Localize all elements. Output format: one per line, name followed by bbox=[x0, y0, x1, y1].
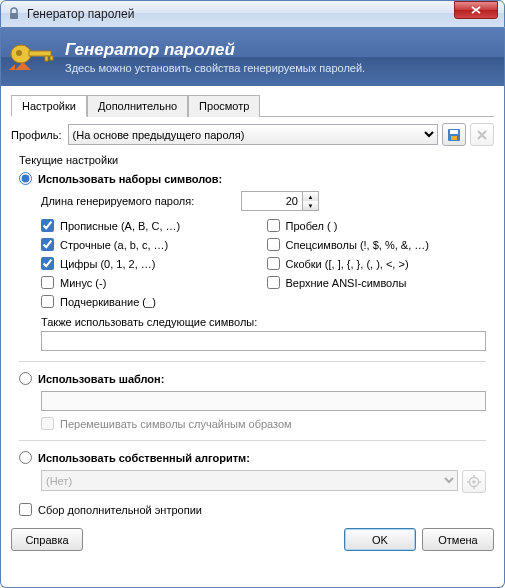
profile-label: Профиль: bbox=[11, 129, 62, 141]
svg-rect-7 bbox=[450, 130, 458, 134]
check-upper[interactable] bbox=[41, 219, 54, 232]
radio-pattern-label: Использовать шаблон: bbox=[38, 373, 164, 385]
entropy-row: Сбор дополнительной энтропии bbox=[19, 503, 494, 516]
check-lower[interactable] bbox=[41, 238, 54, 251]
also-label: Также использовать следующие символы: bbox=[41, 316, 486, 328]
length-spinner: ▲ ▼ bbox=[241, 191, 319, 211]
check-special-label: Спецсимволы (!, $, %, &, …) bbox=[286, 239, 429, 251]
radio-charset-row: Использовать наборы символов: bbox=[19, 172, 486, 185]
help-button[interactable]: Справка bbox=[11, 528, 83, 551]
length-row: Длина генерируемого пароля: ▲ ▼ bbox=[41, 191, 486, 211]
profile-row: Профиль: (На основе предыдущего пароля) bbox=[11, 123, 494, 146]
key-icon bbox=[7, 36, 57, 78]
tab-settings[interactable]: Настройки bbox=[11, 95, 87, 117]
charset-checks: Прописные (A, B, C, …) Пробел ( ) Строчн… bbox=[41, 219, 486, 308]
algorithm-settings-button[interactable] bbox=[462, 470, 486, 493]
save-profile-button[interactable] bbox=[442, 123, 466, 146]
svg-rect-0 bbox=[10, 13, 18, 19]
banner-title: Генератор паролей bbox=[65, 40, 365, 60]
spin-up[interactable]: ▲ bbox=[303, 192, 318, 201]
check-permute-label: Перемешивать символы случайным образом bbox=[60, 418, 292, 430]
delete-profile-icon bbox=[476, 129, 488, 141]
radio-charset-label: Использовать наборы символов: bbox=[38, 173, 222, 185]
dialog-body: Настройки Дополнительно Просмотр Профиль… bbox=[0, 86, 505, 588]
check-lower-label: Строчные (a, b, c, …) bbox=[60, 239, 168, 251]
length-label: Длина генерируемого пароля: bbox=[41, 195, 241, 207]
radio-pattern-row: Использовать шаблон: bbox=[19, 372, 486, 385]
svg-rect-4 bbox=[45, 56, 48, 61]
footer: Справка OK Отмена bbox=[11, 528, 494, 551]
ok-button[interactable]: OK bbox=[344, 528, 416, 551]
check-ansi-label: Верхние ANSI-символы bbox=[286, 277, 407, 289]
check-entropy[interactable] bbox=[19, 503, 32, 516]
close-icon bbox=[471, 6, 481, 14]
tab-advanced[interactable]: Дополнительно bbox=[87, 95, 188, 117]
check-minus-label: Минус (-) bbox=[60, 277, 106, 289]
tab-bar: Настройки Дополнительно Просмотр bbox=[11, 94, 494, 117]
algorithm-select[interactable]: (Нет) bbox=[41, 470, 458, 491]
check-upper-label: Прописные (A, B, C, …) bbox=[60, 220, 180, 232]
svg-point-2 bbox=[16, 50, 22, 56]
svg-rect-3 bbox=[29, 51, 51, 56]
check-digits-label: Цифры (0, 1, 2, …) bbox=[60, 258, 155, 270]
banner-subtitle: Здесь можно установить свойства генериру… bbox=[65, 62, 365, 74]
check-brackets[interactable] bbox=[267, 257, 280, 270]
check-brackets-label: Скобки ([, ], {, }, (, ), <, >) bbox=[286, 258, 409, 270]
radio-algorithm-row: Использовать собственный алгоритм: bbox=[19, 451, 486, 464]
cancel-button[interactable]: Отмена bbox=[422, 528, 494, 551]
check-space-label: Пробел ( ) bbox=[286, 220, 338, 232]
banner: Генератор паролей Здесь можно установить… bbox=[0, 28, 505, 86]
separator-2 bbox=[19, 440, 486, 441]
check-underscore[interactable] bbox=[41, 295, 54, 308]
check-special[interactable] bbox=[267, 238, 280, 251]
pattern-input[interactable] bbox=[41, 391, 486, 411]
lock-icon bbox=[7, 7, 21, 21]
save-profile-icon bbox=[447, 128, 461, 142]
radio-charset[interactable] bbox=[19, 172, 32, 185]
close-button[interactable] bbox=[454, 1, 498, 19]
titlebar: Генератор паролей bbox=[0, 0, 505, 28]
check-permute[interactable] bbox=[41, 417, 54, 430]
radio-algorithm-label: Использовать собственный алгоритм: bbox=[38, 452, 250, 464]
delete-profile-button[interactable] bbox=[470, 123, 494, 146]
current-settings-label: Текущие настройки bbox=[19, 154, 494, 166]
gear-icon bbox=[467, 475, 481, 489]
check-underscore-label: Подчеркивание (_) bbox=[60, 296, 156, 308]
radio-algorithm[interactable] bbox=[19, 451, 32, 464]
check-minus[interactable] bbox=[41, 276, 54, 289]
tab-preview[interactable]: Просмотр bbox=[188, 95, 260, 117]
window-title: Генератор паролей bbox=[27, 7, 454, 21]
check-digits[interactable] bbox=[41, 257, 54, 270]
svg-rect-8 bbox=[451, 136, 457, 140]
spin-down[interactable]: ▼ bbox=[303, 201, 318, 210]
check-space[interactable] bbox=[267, 219, 280, 232]
entropy-label: Сбор дополнительной энтропии bbox=[38, 504, 202, 516]
also-input[interactable] bbox=[41, 331, 486, 351]
check-ansi[interactable] bbox=[267, 276, 280, 289]
radio-pattern[interactable] bbox=[19, 372, 32, 385]
separator-1 bbox=[19, 361, 486, 362]
svg-rect-5 bbox=[50, 56, 53, 60]
length-input[interactable] bbox=[242, 192, 302, 210]
profile-select[interactable]: (На основе предыдущего пароля) bbox=[68, 124, 438, 145]
svg-point-10 bbox=[472, 480, 476, 484]
